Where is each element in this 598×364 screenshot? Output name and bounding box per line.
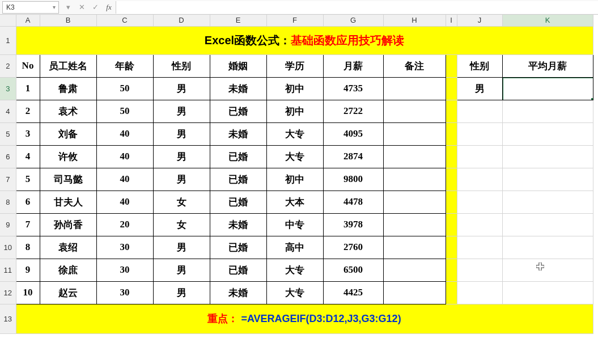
footer-cell[interactable]: 重点： =AVERAGEIF(D3:D12,J3,G3:G12) [16, 304, 593, 333]
col-header-G[interactable]: G [323, 15, 383, 26]
col-header-B[interactable]: B [40, 15, 96, 26]
cell-K9[interactable] [502, 213, 593, 236]
cell-F6[interactable]: 大专 [266, 145, 323, 168]
hdr-sex[interactable]: 性别 [153, 54, 210, 77]
cell-J4[interactable] [457, 100, 502, 122]
cell-F5[interactable]: 大专 [266, 122, 323, 145]
cell-F9[interactable]: 中专 [266, 213, 323, 236]
cell-E4[interactable]: 已婚 [210, 100, 266, 122]
cell-G11[interactable]: 6500 [323, 259, 383, 281]
cell-G8[interactable]: 4478 [323, 191, 383, 213]
cell-I5[interactable] [446, 122, 457, 145]
cell-G3[interactable]: 4735 [323, 77, 383, 100]
cell-K4[interactable] [502, 100, 593, 122]
cell-E11[interactable]: 已婚 [210, 259, 266, 281]
cell-C8[interactable]: 40 [96, 191, 153, 213]
hdr-note[interactable]: 备注 [383, 54, 446, 77]
row-header-10[interactable]: 10 [0, 236, 16, 259]
cell-I11[interactable] [446, 259, 457, 281]
cell-E5[interactable]: 未婚 [210, 122, 266, 145]
cell-B10[interactable]: 袁绍 [40, 236, 96, 259]
cell-A3[interactable]: 1 [16, 77, 40, 100]
cell-A5[interactable]: 3 [16, 122, 40, 145]
cell-F7[interactable]: 初中 [266, 168, 323, 191]
col-header-E[interactable]: E [210, 15, 266, 26]
cell-G9[interactable]: 3978 [323, 213, 383, 236]
side-hdr-avg[interactable]: 平均月薪 [502, 54, 593, 77]
col-header-A[interactable]: A [16, 15, 40, 26]
cell-F11[interactable]: 大专 [266, 259, 323, 281]
cell-G7[interactable]: 9800 [323, 168, 383, 191]
spreadsheet-grid[interactable]: A B C D E F G H I J K 1 Excel函数公式：基础函数应用… [0, 15, 598, 364]
cell-F4[interactable]: 初中 [266, 100, 323, 122]
cell-J9[interactable] [457, 213, 502, 236]
cell-D8[interactable]: 女 [153, 191, 210, 213]
cell-C12[interactable]: 30 [96, 281, 153, 304]
cell-C7[interactable]: 40 [96, 168, 153, 191]
cell-C4[interactable]: 50 [96, 100, 153, 122]
cell-K11[interactable] [502, 259, 593, 281]
row-header-9[interactable]: 9 [0, 213, 16, 236]
hdr-marry[interactable]: 婚姻 [210, 54, 266, 77]
cell-F10[interactable]: 高中 [266, 236, 323, 259]
col-header-D[interactable]: D [153, 15, 210, 26]
name-box[interactable]: K3 ▾ [2, 1, 59, 14]
cell-H4[interactable] [383, 100, 446, 122]
cell-B5[interactable]: 刘备 [40, 122, 96, 145]
cell-D9[interactable]: 女 [153, 213, 210, 236]
cell-A6[interactable]: 4 [16, 145, 40, 168]
cell-E9[interactable]: 未婚 [210, 213, 266, 236]
cell-G6[interactable]: 2874 [323, 145, 383, 168]
cell-C11[interactable]: 30 [96, 259, 153, 281]
fx-icon[interactable]: fx [102, 1, 116, 14]
cell-H5[interactable] [383, 122, 446, 145]
cell-B11[interactable]: 徐庶 [40, 259, 96, 281]
cell-I10[interactable] [446, 236, 457, 259]
cell-I9[interactable] [446, 213, 457, 236]
cell-E12[interactable]: 未婚 [210, 281, 266, 304]
cell-A4[interactable]: 2 [16, 100, 40, 122]
col-header-J[interactable]: J [457, 15, 502, 26]
cell-K7[interactable] [502, 168, 593, 191]
cell-K12[interactable] [502, 281, 593, 304]
row-header-11[interactable]: 11 [0, 259, 16, 281]
cell-A12[interactable]: 10 [16, 281, 40, 304]
cell-A11[interactable]: 9 [16, 259, 40, 281]
row-header-1[interactable]: 1 [0, 26, 16, 54]
cell-I8[interactable] [446, 191, 457, 213]
cell-J3[interactable]: 男 [457, 77, 502, 100]
col-header-F[interactable]: F [266, 15, 323, 26]
cell-I3[interactable] [446, 77, 457, 100]
cell-D12[interactable]: 男 [153, 281, 210, 304]
side-hdr-sex[interactable]: 性别 [457, 54, 502, 77]
cell-H8[interactable] [383, 191, 446, 213]
cell-J8[interactable] [457, 191, 502, 213]
cell-B7[interactable]: 司马懿 [40, 168, 96, 191]
cell-J11[interactable] [457, 259, 502, 281]
cell-J5[interactable] [457, 122, 502, 145]
row-header-12[interactable]: 12 [0, 281, 16, 304]
cell-C6[interactable]: 40 [96, 145, 153, 168]
cell-B12[interactable]: 赵云 [40, 281, 96, 304]
cell-B6[interactable]: 许攸 [40, 145, 96, 168]
hdr-name[interactable]: 员工姓名 [40, 54, 96, 77]
cell-I4[interactable] [446, 100, 457, 122]
cell-K5[interactable] [502, 122, 593, 145]
cell-D7[interactable]: 男 [153, 168, 210, 191]
formula-input[interactable] [116, 1, 598, 14]
cell-H9[interactable] [383, 213, 446, 236]
cell-J6[interactable] [457, 145, 502, 168]
cell-F8[interactable]: 大本 [266, 191, 323, 213]
row-header-8[interactable]: 8 [0, 191, 16, 213]
cell-B9[interactable]: 孙尚香 [40, 213, 96, 236]
col-header-H[interactable]: H [383, 15, 446, 26]
cell-J10[interactable] [457, 236, 502, 259]
row-header-3[interactable]: 3 [0, 77, 16, 100]
cell-K10[interactable] [502, 236, 593, 259]
cell-I7[interactable] [446, 168, 457, 191]
row-header-7[interactable]: 7 [0, 168, 16, 191]
cell-I12[interactable] [446, 281, 457, 304]
cell-H3[interactable] [383, 77, 446, 100]
cell-D11[interactable]: 男 [153, 259, 210, 281]
cell-B8[interactable]: 甘夫人 [40, 191, 96, 213]
